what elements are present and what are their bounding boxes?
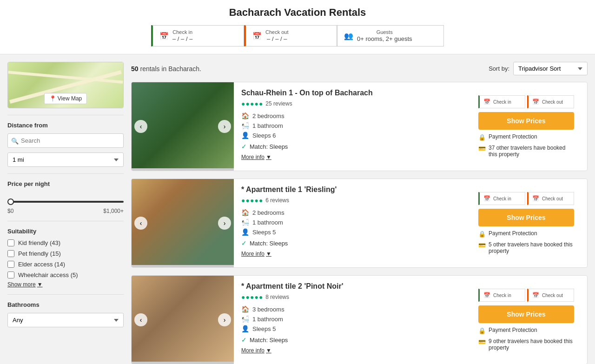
chevron-down-icon: ▼ [266,251,271,257]
feature-bathrooms: 🛀 1 bathroom [241,122,466,129]
listing-features: 🏠 3 bedrooms 🛀 1 bathroom 👤 Sleeps 5 [241,305,466,332]
carousel-prev-button[interactable]: ‹ [134,313,147,326]
checkbox-wheelchair-access[interactable]: Wheelchair access (5) [7,271,124,278]
feature-bedrooms: 🏠 3 bedrooms [241,305,466,313]
checkin-field[interactable]: 📅 Check in – / – / – [151,25,244,46]
listing-stars: ●●●●● 8 reviews [241,293,466,301]
listing-body: Schau-Rhein 1 - On top of Bacharach ●●●●… [234,82,587,171]
travelers-booked-text: 5 other travelers have booked this prope… [489,241,574,254]
payment-protection-text: Payment Protection [489,133,537,140]
checkbox-pet-friendly[interactable]: Pet friendly (15) [7,250,124,257]
more-info-link[interactable]: More info ▼ [241,347,271,354]
checkout-field[interactable]: 📅 Check out – / – / – [244,25,337,46]
listing-stars: ●●●●● 25 reviews [241,100,466,107]
listing-features: 🏠 2 bedrooms 🛀 1 bathroom 👤 Sleeps 6 [241,112,466,139]
results-count: 50 rentals in Bacharach. [131,65,201,73]
listing-info: * Apartment tile 2 'Pinot Noir' ●●●●● 8 … [241,282,466,357]
price-min: $0 [7,208,13,214]
view-map-button[interactable]: 📍View Map [44,93,87,104]
listing-card: ‹ › Schau-Rhein 1 - On top of Bacharach … [131,82,588,171]
checkout-label: Check out [542,196,563,201]
checkout-label: Check out [542,99,563,105]
guests-icon: 👥 [344,32,353,40]
bed-icon: 🏠 [241,305,249,313]
map-pin-icon: 📍 [49,95,56,102]
carousel-next-button[interactable]: › [218,313,231,326]
checkmark-icon: ✓ [241,336,247,344]
distance-search-input[interactable] [7,133,124,148]
bathrooms-section: Bathrooms Any 1 2 3+ [7,294,124,334]
price-slider-min[interactable] [7,201,124,203]
bedrooms-text: 3 bedrooms [252,306,284,313]
lock-icon: 🔒 [478,134,486,141]
lock-icon: 🔒 [478,327,486,334]
carousel-prev-button[interactable]: ‹ [134,217,147,230]
more-info-link[interactable]: More info ▼ [241,154,271,160]
feature-bathrooms: 🛀 1 bathroom [241,315,466,323]
sort-select[interactable]: Tripadvisor Sort Price: Low to High Pric… [513,62,588,75]
price-section: Price per night $0 $1,000+ [7,173,124,221]
calendar-checkin-icon: 📅 [483,195,490,202]
show-prices-button[interactable]: Show Prices [478,112,574,130]
guests-value: 0+ rooms, 2+ guests [357,35,412,42]
checkbox-elder-access[interactable]: Elder access (14) [7,261,124,268]
payment-protection: 🔒 Payment Protection [478,230,574,238]
review-count: 25 reviews [265,100,292,107]
more-info-link[interactable]: More info ▼ [241,251,271,257]
bed-icon: 🏠 [241,209,249,216]
show-prices-button[interactable]: Show Prices [478,305,574,323]
checkin-label: Check in [493,293,511,298]
stars-row: ●●●●● [241,293,263,301]
checkout-box[interactable]: 📅 Check out [527,192,574,205]
show-more-button[interactable]: Show more ▼ [7,281,43,288]
bathrooms-text: 1 bathroom [252,122,283,129]
listing-image-1: ‹ › [132,82,234,171]
guests-field[interactable]: 👥 Guests 0+ rooms, 2+ guests [337,25,444,46]
checkbox-kid-friendly-input[interactable] [7,239,14,246]
travelers-booked: 💳 37 other travelers have booked this pr… [478,145,574,158]
listing-image-2: ‹ › [132,179,234,267]
listing-info: * Apartment tile 1 'Riesling' ●●●●● 6 re… [241,185,466,261]
travelers-booked-text: 37 other travelers have booked this prop… [489,145,574,158]
page-header: Bacharach Vacation Rentals 📅 Check in – … [0,0,595,54]
payment-protection: 🔒 Payment Protection [478,133,574,141]
checkin-box[interactable]: 📅 Check in [478,192,525,205]
credit-card-icon: 💳 [478,242,486,249]
lock-icon: 🔒 [478,231,486,238]
listing-info: Schau-Rhein 1 - On top of Bacharach ●●●●… [241,89,466,164]
listings-container: ‹ › Schau-Rhein 1 - On top of Bacharach … [131,82,588,364]
bedrooms-text: 2 bedrooms [252,209,284,216]
listing-card: ‹ › * Apartment tile 2 'Pinot Noir' ●●●●… [131,275,588,364]
show-prices-button[interactable]: Show Prices [478,209,574,226]
bathrooms-select[interactable]: Any 1 2 3+ [7,313,124,327]
results-area: 50 rentals in Bacharach. Sort by: Tripad… [131,62,588,364]
distance-select[interactable]: 1 mi 2 mi 5 mi 10 mi [7,152,124,167]
checkout-box[interactable]: 📅 Check out [527,95,574,108]
match-row: ✓ Match: Sleeps [241,239,466,247]
checkin-checkout-row: 📅 Check in 📅 Check out [478,95,574,108]
calendar-checkin-icon: 📅 [483,99,490,105]
checkbox-wheelchair-access-input[interactable] [7,271,14,278]
checkbox-pet-friendly-input[interactable] [7,250,14,257]
map-thumbnail[interactable]: 📍View Map [7,62,124,108]
match-text: Match: Sleeps [250,337,288,344]
travelers-booked-text: 9 other travelers have booked this prope… [489,338,574,351]
checkin-box[interactable]: 📅 Check in [478,95,525,108]
checkin-value: – / – / – [172,35,192,42]
distance-search-wrap: 🔍 [7,133,124,148]
results-header: 50 rentals in Bacharach. Sort by: Tripad… [131,62,588,75]
price-max: $1,000+ [103,208,124,214]
sleeps-text: Sleeps 5 [252,325,276,332]
checkout-box[interactable]: 📅 Check out [527,289,574,302]
carousel-prev-button[interactable]: ‹ [134,120,147,133]
listing-card: ‹ › * Apartment tile 1 'Riesling' ●●●●● … [131,179,588,268]
carousel-next-button[interactable]: › [218,120,231,133]
checkbox-kid-friendly[interactable]: Kid friendly (43) [7,239,124,246]
checkbox-elder-access-input[interactable] [7,261,14,268]
listing-body: * Apartment tile 1 'Riesling' ●●●●● 6 re… [234,179,587,267]
checkin-label: Check in [172,29,192,35]
match-row: ✓ Match: Sleeps [241,143,466,150]
checkin-box[interactable]: 📅 Check in [478,289,525,302]
carousel-next-button[interactable]: › [218,217,231,230]
listing-title: * Apartment tile 1 'Riesling' [241,185,466,194]
